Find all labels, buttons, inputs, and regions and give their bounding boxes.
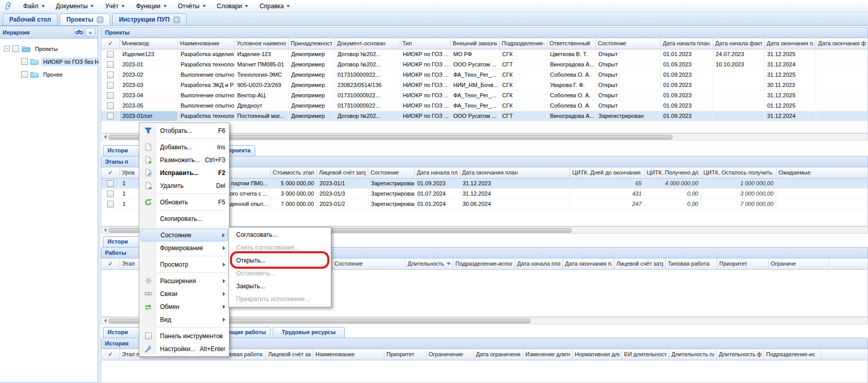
column-header[interactable]: Ответственный — [547, 38, 596, 49]
context-menu-item-19[interactable]: Обмен — [140, 300, 228, 313]
column-header[interactable]: Дата начала план. — [661, 38, 713, 49]
menubar-item-6[interactable]: Словари — [211, 0, 254, 12]
row-checkbox[interactable] — [107, 113, 114, 119]
collapse-panel-button[interactable]: « — [85, 28, 95, 37]
select-all-column-header[interactable]: ✓ — [101, 349, 120, 360]
column-header[interactable]: Стоимость этапа — [271, 167, 317, 178]
row-checkbox[interactable] — [107, 180, 114, 187]
column-header[interactable]: Изменение длител — [523, 349, 573, 360]
context-menu-item-4[interactable]: Размножить...Ctrl+F3 — [140, 153, 228, 166]
window-tab-2[interactable]: Проекты× — [60, 13, 110, 25]
column-header[interactable]: Условное наименова — [235, 38, 289, 49]
select-all-column-header[interactable]: ✓ — [101, 38, 120, 49]
column-header[interactable]: Наименование — [178, 38, 235, 49]
submenu-item-3[interactable]: Открыть... — [230, 254, 330, 267]
search-icon[interactable] — [74, 28, 84, 37]
row-checkbox[interactable] — [107, 82, 114, 89]
column-header[interactable]: Лицевой счёт затрат. — [317, 167, 368, 178]
column-header[interactable]: Принадлежность — [289, 38, 335, 49]
context-menu-item-20[interactable]: Вид — [140, 313, 228, 326]
table-row[interactable]: 2023-04Выполнение опытно-конс...Вектор-А… — [101, 91, 867, 101]
row-checkbox[interactable] — [107, 51, 114, 58]
column-header[interactable]: Документ-основан — [335, 38, 400, 49]
column-header[interactable]: Дата окончания план — [563, 258, 614, 269]
tree-checkbox[interactable] — [21, 71, 28, 78]
column-header[interactable]: Состояние — [596, 38, 661, 49]
select-all-column-header[interactable]: ✓ — [101, 167, 120, 178]
column-header[interactable]: Лицевой счёт затр — [266, 349, 313, 360]
select-all-column-header[interactable]: ✓ — [101, 258, 120, 269]
menubar-item-7[interactable]: Справка — [254, 0, 295, 12]
column-header[interactable]: Дата окончания ф — [816, 38, 868, 49]
table-row[interactable]: 2023-05Выполнение опытно-конс...Дредноут… — [101, 101, 867, 111]
column-header[interactable]: Ожидаемые — [776, 167, 868, 178]
window-tab-3[interactable]: Инструкции ПУП× — [112, 13, 186, 25]
column-header[interactable]: Дата окончания план — [460, 167, 570, 178]
context-menu-item-10[interactable]: Скопировать... — [140, 212, 228, 225]
row-checkbox[interactable] — [107, 61, 114, 68]
column-header[interactable] — [829, 258, 868, 269]
column-header[interactable]: Состояние — [332, 258, 405, 269]
menubar-item-3[interactable]: Учёт — [99, 0, 130, 12]
column-header[interactable]: Ограничение — [427, 349, 474, 360]
column-header[interactable]: Длительность план — [405, 258, 453, 269]
column-header[interactable]: Тип — [400, 38, 451, 49]
column-header[interactable]: Мнемокод — [120, 38, 178, 49]
column-header[interactable]: Подразделение-ис — [764, 349, 821, 360]
column-header[interactable]: Длительность фак — [717, 349, 764, 360]
table-row[interactable]: Изделие123Разработка изделия 123Изделие-… — [101, 49, 867, 60]
table-row[interactable]: 2023-02Выполнение опытно-конс...Технолог… — [101, 70, 867, 80]
panel-tab[interactable]: Трудовые ресурсы — [273, 327, 345, 338]
column-header[interactable]: Состояние — [368, 167, 415, 178]
context-menu-item-12[interactable]: Состояние — [140, 229, 228, 241]
column-header[interactable]: Ограниче — [769, 258, 829, 269]
tree-checkbox[interactable] — [21, 58, 28, 65]
window-tab-1[interactable]: Рабочий стол — [3, 13, 58, 25]
context-menu-item-8[interactable]: ОбновитьF5 — [140, 196, 228, 208]
column-header[interactable]: Наименование — [313, 349, 384, 360]
submenu-item-1[interactable]: Согласовать... — [230, 229, 330, 241]
table-row[interactable]: 2023-01пэпРазработка технологии ...Посто… — [101, 111, 867, 121]
column-header[interactable]: ЦИТК. Получено д/с — [645, 167, 701, 178]
context-menu-item-23[interactable]: Настройки...Alt+Enter — [140, 342, 228, 355]
column-header[interactable]: Дата начала план — [415, 167, 460, 178]
context-menu-item-15[interactable]: Просмотр — [140, 258, 228, 271]
context-menu-item-3[interactable]: Добавить...Ins — [140, 141, 228, 153]
menubar-item-5[interactable]: Отчёты — [172, 0, 211, 12]
row-checkbox[interactable] — [107, 190, 114, 197]
column-header[interactable]: ЦИТК. Осталось получить д/с — [701, 167, 776, 178]
column-header[interactable]: Дата начала факт. — [713, 38, 765, 49]
menubar-item-2[interactable]: Документы — [50, 0, 100, 12]
row-checkbox[interactable] — [107, 102, 114, 109]
column-header[interactable]: ЕИ длительности — [622, 349, 669, 360]
column-header[interactable]: Внешний заказчик — [451, 38, 500, 49]
tree-item[interactable]: НИОКР по ГОЗ без НДС — [2, 55, 96, 68]
scroll-left-icon[interactable] — [101, 318, 109, 324]
context-menu-item-22[interactable]: Панель инструментов — [140, 329, 228, 342]
column-header[interactable]: Длительность пла — [669, 349, 717, 360]
table-row[interactable]: 2023-03Разработка ЭКД и РКД н...905-U020… — [101, 80, 867, 91]
tab-close-icon[interactable]: × — [97, 16, 103, 23]
column-header[interactable]: Нормативная длит — [573, 349, 622, 360]
tree-item[interactable]: −Проекты — [2, 42, 96, 55]
column-header[interactable]: Дата начала план. — [515, 258, 563, 269]
tree-expander-icon[interactable]: − — [4, 46, 10, 51]
context-menu-item-6[interactable]: УдалитьDel — [140, 179, 228, 192]
column-header[interactable]: Приоритет — [717, 258, 769, 269]
table-row[interactable]: 2023-01Разработка технологии и...Магнит … — [101, 60, 867, 70]
menubar-item-4[interactable]: Функции — [130, 0, 172, 12]
context-menu-item-1[interactable]: Отобрать...F6 — [140, 124, 228, 137]
column-header[interactable]: ЦИТК. Дней до окончания — [570, 167, 645, 178]
tree-item[interactable]: Прочее — [2, 68, 96, 81]
row-checkbox[interactable] — [107, 201, 114, 207]
row-checkbox[interactable] — [107, 92, 114, 99]
tree-checkbox[interactable] — [12, 45, 19, 52]
context-menu-item-13[interactable]: Формирование — [140, 241, 228, 254]
column-header[interactable]: Приоритет — [384, 349, 427, 360]
context-menu-item-18[interactable]: Связи — [140, 287, 228, 300]
submenu-item-5[interactable]: Закрыть... — [230, 280, 330, 293]
menubar-item-1[interactable]: Файл — [17, 0, 50, 12]
scroll-left-icon[interactable] — [101, 134, 109, 140]
column-header[interactable]: Лицевой счёт затр — [614, 258, 666, 269]
column-header[interactable]: Подразделение-от — [500, 38, 547, 49]
